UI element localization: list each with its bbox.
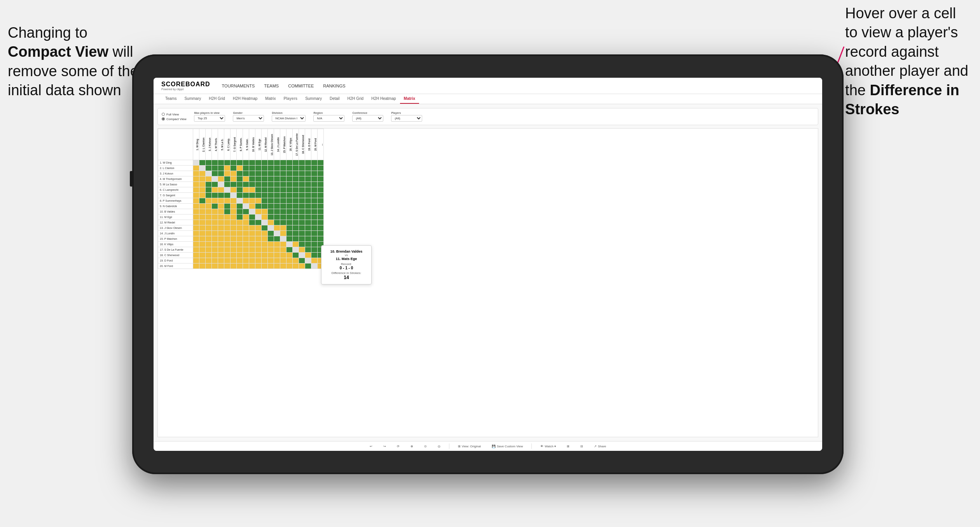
matrix-cell[interactable]	[305, 160, 311, 166]
matrix-cell[interactable]	[318, 171, 324, 176]
undo-btn[interactable]: ↩	[367, 444, 375, 449]
matrix-cell[interactable]	[218, 182, 224, 187]
matrix-cell[interactable]	[249, 231, 255, 236]
matrix-cell[interactable]	[199, 247, 206, 253]
matrix-cell[interactable]	[293, 242, 299, 247]
matrix-cell[interactable]	[243, 225, 249, 231]
matrix-cell[interactable]	[318, 209, 324, 215]
matrix-cell[interactable]	[280, 187, 286, 193]
matrix-cell[interactable]	[218, 215, 224, 220]
matrix-cell[interactable]	[199, 193, 206, 198]
matrix-cell[interactable]	[286, 264, 293, 269]
matrix-cell[interactable]	[262, 193, 268, 198]
matrix-cell[interactable]	[286, 166, 293, 171]
matrix-cell[interactable]	[193, 215, 199, 220]
matrix-cell[interactable]	[286, 176, 293, 182]
matrix-cell[interactable]	[224, 231, 231, 236]
matrix-cell[interactable]	[293, 220, 299, 225]
matrix-cell[interactable]	[268, 171, 274, 176]
matrix-cell[interactable]	[231, 209, 237, 215]
matrix-cell[interactable]	[193, 247, 199, 253]
matrix-cell[interactable]	[262, 182, 268, 187]
matrix-cell[interactable]	[299, 182, 305, 187]
matrix-cell[interactable]	[231, 166, 237, 171]
matrix-cell[interactable]	[193, 209, 199, 215]
matrix-cell[interactable]	[293, 176, 299, 182]
matrix-cell[interactable]	[293, 253, 299, 258]
matrix-cell[interactable]	[206, 187, 212, 193]
matrix-cell[interactable]	[274, 220, 280, 225]
matrix-cell[interactable]	[268, 187, 274, 193]
matrix-cell[interactable]	[262, 187, 268, 193]
matrix-cell[interactable]	[212, 182, 218, 187]
matrix-cell[interactable]	[262, 236, 268, 242]
compact-view-radio[interactable]	[162, 117, 165, 120]
matrix-cell[interactable]	[280, 193, 286, 198]
matrix-cell[interactable]	[212, 209, 218, 215]
compact-view-option[interactable]: Compact View	[162, 117, 186, 121]
matrix-cell[interactable]	[268, 225, 274, 231]
matrix-cell[interactable]	[268, 220, 274, 225]
matrix-cell[interactable]	[318, 193, 324, 198]
refresh-btn[interactable]: ⟳	[395, 444, 402, 449]
matrix-cell[interactable]	[224, 225, 231, 231]
matrix-cell[interactable]	[299, 187, 305, 193]
matrix-cell[interactable]	[249, 187, 255, 193]
matrix-cell[interactable]	[280, 171, 286, 176]
matrix-cell[interactable]	[255, 242, 262, 247]
tab-summary[interactable]: Summary	[180, 94, 205, 104]
matrix-cell[interactable]	[206, 236, 212, 242]
matrix-cell[interactable]	[224, 166, 231, 171]
matrix-cell[interactable]	[206, 231, 212, 236]
matrix-cell[interactable]	[224, 198, 231, 204]
matrix-cell[interactable]	[231, 225, 237, 231]
matrix-cell[interactable]	[206, 247, 212, 253]
share-btn[interactable]: ↗ Share	[592, 444, 608, 449]
matrix-cell[interactable]	[262, 160, 268, 166]
matrix-cell[interactable]	[243, 160, 249, 166]
table-row[interactable]: 4. M Thorbjornsen	[158, 176, 324, 182]
matrix-cell[interactable]	[280, 264, 286, 269]
matrix-cell[interactable]	[212, 160, 218, 166]
matrix-cell[interactable]	[274, 187, 280, 193]
matrix-cell[interactable]	[311, 242, 318, 247]
matrix-cell[interactable]	[299, 204, 305, 209]
matrix-cell[interactable]	[274, 231, 280, 236]
matrix-cell[interactable]	[262, 231, 268, 236]
players-select[interactable]: (All)	[391, 115, 422, 122]
matrix-cell[interactable]	[274, 204, 280, 209]
table-row[interactable]: 19. D Ford	[158, 258, 324, 264]
matrix-cell[interactable]	[274, 193, 280, 198]
matrix-cell[interactable]	[249, 182, 255, 187]
matrix-cell[interactable]	[237, 258, 243, 264]
matrix-cell[interactable]	[305, 253, 311, 258]
table-row[interactable]: 14. J Lundin	[158, 231, 324, 236]
table-row[interactable]: 6. C Lamprecht	[158, 187, 324, 193]
matrix-cell[interactable]	[243, 242, 249, 247]
matrix-cell[interactable]	[280, 258, 286, 264]
matrix-cell[interactable]	[193, 231, 199, 236]
matrix-cell[interactable]	[255, 166, 262, 171]
matrix-cell[interactable]	[311, 176, 318, 182]
matrix-cell[interactable]	[293, 215, 299, 220]
matrix-cell[interactable]	[206, 160, 212, 166]
matrix-cell[interactable]	[293, 198, 299, 204]
matrix-cell[interactable]	[311, 198, 318, 204]
matrix-cell[interactable]	[280, 215, 286, 220]
matrix-cell[interactable]	[243, 264, 249, 269]
table-row[interactable]: 20. M Ford	[158, 264, 324, 269]
table-row[interactable]: 2. L Clanton	[158, 166, 324, 171]
matrix-cell[interactable]	[237, 209, 243, 215]
tab-h2h-grid[interactable]: H2H Grid	[205, 94, 229, 104]
matrix-cell[interactable]	[318, 220, 324, 225]
matrix-cell[interactable]	[231, 198, 237, 204]
matrix-cell[interactable]	[305, 220, 311, 225]
matrix-cell[interactable]	[305, 166, 311, 171]
matrix-cell[interactable]	[243, 215, 249, 220]
matrix-cell[interactable]	[299, 253, 305, 258]
matrix-cell[interactable]	[212, 176, 218, 182]
matrix-cell[interactable]	[293, 182, 299, 187]
matrix-cell[interactable]	[218, 258, 224, 264]
matrix-cell[interactable]	[311, 253, 318, 258]
matrix-cell[interactable]	[262, 258, 268, 264]
